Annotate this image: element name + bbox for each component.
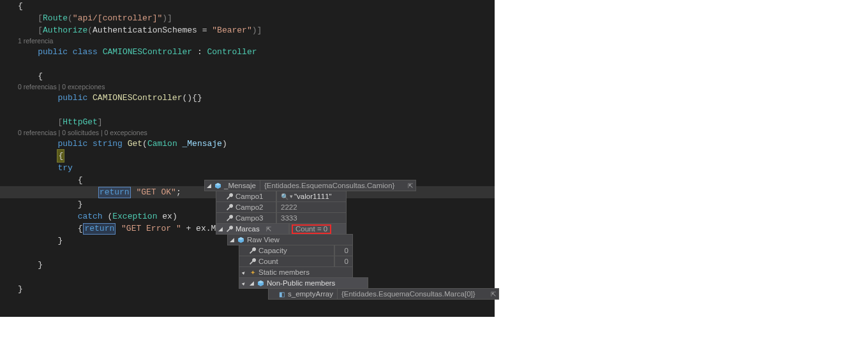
datatip-row-nonpublic[interactable]: ▸ ◢ Non-Public members xyxy=(239,277,368,289)
datatip-row-emptyarray[interactable]: ◧ s_emptyArray {Entidades.EsquemaConsult… xyxy=(268,288,499,300)
datatip-row[interactable]: Count xyxy=(239,256,334,267)
datatip-name: s_emptyArray xyxy=(287,288,337,300)
datatip-row[interactable]: Campo2 xyxy=(216,201,276,213)
variable-icon xyxy=(256,280,266,286)
debug-datatip[interactable]: ◢ _Mensaje {Entidades.EsquemaConsultas.C… xyxy=(204,180,499,300)
code-line: try xyxy=(18,162,495,174)
wrench-icon xyxy=(225,215,234,221)
datatip-value-cell[interactable]: 2222 xyxy=(276,201,347,213)
code-line: public string Get(Camion _Mensaje) xyxy=(18,138,495,150)
editor-gutter xyxy=(0,0,6,317)
code-line: { xyxy=(18,0,495,12)
pin-icon[interactable]: ⇱ xyxy=(488,288,498,300)
expand-toggle[interactable]: ▸ xyxy=(239,270,248,275)
expand-toggle[interactable]: ◢ xyxy=(248,280,256,286)
datatip-row[interactable]: Campo1 xyxy=(216,191,276,202)
code-line: { xyxy=(18,70,495,82)
datatip-value-cell[interactable]: 3333 xyxy=(276,212,347,224)
datatip-value-cell[interactable]: 🔍 ▾ "valor1111" xyxy=(276,191,347,202)
code-line: [Authorize(AuthenticationSchemes = "Bear… xyxy=(18,24,495,36)
code-line: [HttpGet] xyxy=(18,116,495,128)
datatip-row-marcas[interactable]: ◢ Marcas ⇱ xyxy=(216,223,289,235)
highlighted-value: Count = 0 xyxy=(292,224,331,234)
code-line xyxy=(18,104,495,116)
wrench-icon xyxy=(248,258,257,265)
datatip-value: {Entidades.EsquemaConsultas.Marca[0]} xyxy=(338,288,488,300)
codelens[interactable]: 0 referencias | 0 excepciones xyxy=(18,82,495,92)
variable-icon xyxy=(236,237,246,243)
wrench-icon xyxy=(225,193,234,200)
wrench-icon xyxy=(225,226,234,232)
datatip-row-rawview[interactable]: ◢ Raw View xyxy=(227,234,353,245)
static-icon: ✦ xyxy=(248,266,257,279)
datatip-value-cell[interactable]: Count = 0 xyxy=(289,223,347,235)
codelens[interactable]: 1 referencia xyxy=(18,36,495,46)
expand-toggle[interactable]: ◢ xyxy=(216,226,225,232)
wrench-icon xyxy=(248,247,257,254)
pin-icon[interactable]: ⇱ xyxy=(405,180,415,192)
expand-toggle[interactable]: ◢ xyxy=(205,183,213,189)
datatip-row-root[interactable]: ◢ _Mensaje {Entidades.EsquemaConsultas.C… xyxy=(204,180,416,191)
datatip-row[interactable]: Campo3 xyxy=(216,212,276,224)
datatip-value-cell[interactable]: 0 xyxy=(334,256,353,267)
expand-toggle[interactable]: ◢ xyxy=(228,237,236,243)
code-line xyxy=(18,58,495,70)
variable-icon xyxy=(213,183,223,189)
wrench-icon xyxy=(225,204,234,210)
datatip-row[interactable]: Capacity xyxy=(239,245,334,256)
expand-toggle[interactable]: ▸ xyxy=(239,280,248,286)
code-line: public CAMIONESController(){} xyxy=(18,92,495,104)
code-line: { xyxy=(18,150,495,162)
code-line: [Route("api/[controller]")] xyxy=(18,12,495,24)
field-icon: ◧ xyxy=(277,288,287,300)
code-line: public class CAMIONESController : Contro… xyxy=(18,46,495,58)
code-editor[interactable]: { [Route("api/[controller]")] [Authorize… xyxy=(0,0,495,317)
codelens[interactable]: 0 referencias | 0 solicitudes | 0 excepc… xyxy=(18,128,495,138)
datatip-value-cell[interactable]: 0 xyxy=(334,245,353,256)
datatip-row-static[interactable]: ▸ ✦ Static members xyxy=(239,266,353,278)
